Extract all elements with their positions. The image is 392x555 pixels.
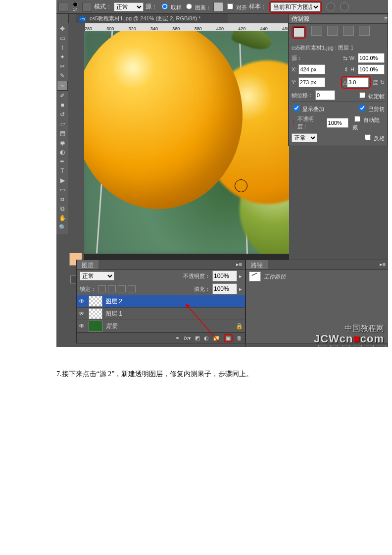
angle-input[interactable] bbox=[347, 77, 369, 87]
sample-select[interactable]: 当前和下方图层 bbox=[271, 2, 320, 11]
link-layers-icon[interactable]: ⚭ bbox=[175, 335, 180, 341]
blend-mode-select[interactable]: 正常 bbox=[114, 2, 144, 11]
aligned-checkbox[interactable]: 对齐 bbox=[225, 2, 247, 11]
marquee-tool[interactable]: ▭ bbox=[57, 34, 67, 43]
fill-input[interactable] bbox=[212, 283, 237, 294]
layer-thumb bbox=[89, 321, 102, 332]
y-input[interactable] bbox=[298, 77, 325, 87]
lock-position-icon[interactable] bbox=[118, 285, 126, 292]
invert-checkbox[interactable]: 反相 bbox=[363, 133, 385, 142]
layer-row[interactable]: 👁 背景 🔒 bbox=[77, 320, 245, 333]
source-sampled[interactable]: 取样 bbox=[159, 2, 182, 11]
brush-toggle-icon[interactable] bbox=[82, 2, 92, 12]
layers-tab[interactable]: 图层 bbox=[77, 260, 98, 269]
eraser-tool[interactable]: ▱ bbox=[57, 119, 67, 128]
layer-blend-select[interactable]: 正常 bbox=[80, 272, 114, 280]
delete-layer-icon[interactable]: 🗑 bbox=[237, 335, 242, 341]
layer-row[interactable]: 👁 图层 2 bbox=[77, 295, 245, 308]
new-layer-icon[interactable]: ▣ bbox=[226, 335, 231, 341]
new-group-icon[interactable]: 📁 bbox=[213, 335, 220, 341]
lasso-tool[interactable]: ⌇ bbox=[57, 43, 67, 52]
visibility-icon[interactable]: 👁 bbox=[79, 298, 86, 305]
link-icon[interactable]: ⇆ bbox=[343, 55, 347, 61]
w-input[interactable] bbox=[358, 53, 385, 63]
path-select-tool[interactable]: ▶ bbox=[57, 176, 67, 185]
active-tool-icon bbox=[58, 2, 68, 12]
zoom-tool[interactable]: 🔍 bbox=[57, 223, 67, 232]
h-input[interactable] bbox=[358, 64, 385, 74]
move-tool[interactable]: ✥ bbox=[57, 24, 67, 33]
delete-path-icon[interactable] bbox=[378, 345, 386, 347]
brush-preset[interactable]: 14 bbox=[70, 2, 80, 12]
path-row[interactable]: 工作路径 bbox=[246, 270, 388, 283]
overlay-opacity-input[interactable] bbox=[327, 118, 348, 128]
lock-frame-checkbox[interactable]: 锁定帧 bbox=[357, 91, 385, 100]
new-path-icon[interactable] bbox=[366, 345, 374, 347]
clone-slot-3[interactable] bbox=[327, 26, 338, 36]
brush-tool[interactable]: ✐ bbox=[57, 91, 67, 100]
visibility-icon[interactable]: 👁 bbox=[79, 310, 86, 317]
panel-menu-icon[interactable]: ≡ bbox=[384, 14, 388, 23]
pen-tool[interactable]: ✒ bbox=[57, 157, 67, 166]
clone-slot-5[interactable] bbox=[359, 26, 370, 36]
path-thumb bbox=[249, 272, 261, 281]
shape-tool[interactable]: ▭ bbox=[57, 185, 67, 194]
lock-transparent-icon[interactable] bbox=[98, 285, 106, 292]
x-input[interactable] bbox=[298, 64, 325, 74]
tutorial-step-text: 7.接下来点击“源 2”，新建透明图层，修复内测果子，步骤同上。 bbox=[56, 370, 392, 379]
lock-image-icon[interactable] bbox=[108, 285, 116, 292]
clone-slot-4[interactable] bbox=[343, 26, 354, 36]
blur-tool[interactable]: ◉ bbox=[57, 138, 67, 147]
dodge-tool[interactable]: ◐ bbox=[57, 148, 67, 157]
gradient-tool[interactable]: ▤ bbox=[57, 129, 67, 138]
layer-mask-icon[interactable]: ◩ bbox=[195, 335, 200, 341]
crop-tool[interactable]: ✂ bbox=[57, 62, 67, 71]
stroke-path-icon[interactable] bbox=[330, 345, 338, 347]
stamp-tool[interactable]: ■ bbox=[57, 101, 67, 110]
ps-badge-icon: Ps bbox=[79, 16, 86, 22]
step-number: 7. bbox=[56, 370, 62, 378]
watermark: 中国教程网 JCWcn■com bbox=[314, 324, 384, 345]
layer-row[interactable]: 👁 图层 1 bbox=[77, 308, 245, 320]
layer-name: 背景 bbox=[105, 322, 117, 331]
document-canvas[interactable] bbox=[84, 31, 289, 254]
history-brush-tool[interactable]: ↺ bbox=[57, 110, 67, 119]
pattern-swatch[interactable] bbox=[213, 2, 223, 12]
layer-fx-icon[interactable]: fx▾ bbox=[184, 335, 191, 341]
pressure-icon[interactable] bbox=[340, 2, 349, 11]
source-pattern[interactable]: 图案： bbox=[184, 2, 211, 11]
adjustment-layer-icon[interactable]: ◐ bbox=[204, 335, 209, 341]
flip-icon[interactable]: ⇕ bbox=[344, 66, 348, 73]
paths-tab[interactable]: 路径 bbox=[246, 260, 268, 269]
w-label: W: bbox=[349, 55, 356, 61]
document-tab[interactable]: Ps cs5教程素材1.jpg @ 241% (图层 2, RGB/8#) * bbox=[76, 14, 228, 23]
fill-path-icon[interactable] bbox=[318, 345, 326, 347]
hand-tool[interactable]: ✋ bbox=[57, 214, 67, 222]
overlay-blend-select[interactable]: 正常 bbox=[292, 133, 317, 142]
3d-tool[interactable]: ⧈ bbox=[57, 195, 67, 204]
opacity-flyout-icon[interactable]: ▸ bbox=[239, 273, 242, 279]
clipped-checkbox[interactable]: 已剪切 bbox=[357, 104, 385, 113]
path-to-selection-icon[interactable] bbox=[342, 345, 350, 347]
visibility-icon[interactable]: 👁 bbox=[79, 323, 86, 330]
clone-slot-2[interactable] bbox=[311, 26, 322, 36]
3d-camera-tool[interactable]: ⧉ bbox=[57, 204, 67, 213]
show-overlay-checkbox[interactable]: 显示叠加 bbox=[292, 104, 324, 113]
selection-to-path-icon[interactable] bbox=[354, 345, 362, 347]
fill-flyout-icon[interactable]: ▸ bbox=[239, 286, 242, 292]
layers-panel-menu-icon[interactable]: ▸≡ bbox=[233, 260, 245, 269]
lock-all-icon[interactable] bbox=[128, 285, 136, 292]
type-tool[interactable]: T bbox=[57, 166, 67, 175]
healing-brush-tool[interactable]: ⌁ bbox=[57, 81, 68, 91]
paths-panel-menu-icon[interactable]: ▸≡ bbox=[377, 260, 388, 269]
reset-icon[interactable]: ↻ bbox=[380, 79, 385, 86]
ignore-adjust-icon[interactable] bbox=[326, 2, 335, 11]
auto-hide-checkbox[interactable]: 自动隐藏 bbox=[352, 114, 385, 131]
clone-slot-1[interactable] bbox=[294, 27, 304, 37]
eyedropper-tool[interactable]: ✎ bbox=[57, 71, 67, 80]
watermark-cn: 中国教程网 bbox=[314, 324, 384, 333]
h-label: H: bbox=[350, 66, 356, 72]
wand-tool[interactable]: ✦ bbox=[57, 53, 67, 61]
frame-offset-input[interactable] bbox=[315, 90, 335, 100]
layer-opacity-input[interactable] bbox=[212, 271, 237, 281]
